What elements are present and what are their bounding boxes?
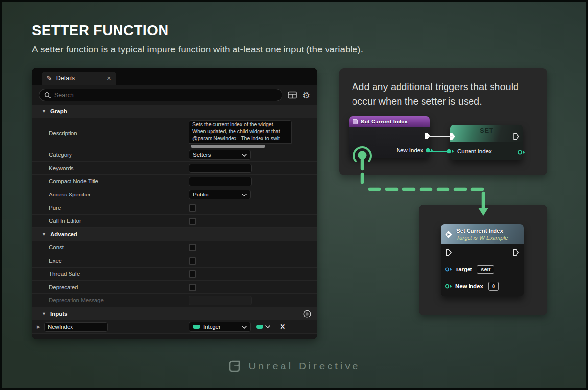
new-index-value-box[interactable]: 0 (488, 282, 499, 291)
new-index-out-pin-row[interactable]: New Index (397, 147, 434, 153)
node-call-title: Set Current Index (456, 227, 508, 234)
current-index-in-pin-row[interactable]: Current Index (447, 148, 492, 154)
pencil-icon: ✎ (47, 75, 52, 82)
page-title: SETTER FUNCTION (32, 23, 169, 39)
section-inputs-label: Inputs (50, 311, 68, 317)
search-icon (44, 92, 51, 98)
node-set-current-index-call[interactable]: Set Current Index Target is W Example Ta… (441, 224, 524, 296)
deprecated-checkbox[interactable] (189, 284, 196, 291)
category-dropdown[interactable]: Setters (189, 150, 251, 160)
collapse-arrow-icon: ▼ (42, 232, 46, 237)
exec-checkbox[interactable] (189, 257, 196, 265)
unreal-directive-logo-icon (227, 359, 242, 373)
node-call-subtitle: Target is W Example (456, 234, 508, 241)
node-event-header: Set Current Index (349, 116, 430, 127)
row-call-in-editor: Call In Editor (32, 215, 317, 228)
row-category: Category Setters (32, 148, 317, 162)
compact-node-title-input[interactable] (189, 177, 252, 186)
add-input-button[interactable] (303, 310, 311, 318)
details-rows: ▼ Graph Description Sets the current ind… (32, 105, 317, 334)
chevron-down-icon (242, 324, 247, 330)
node-set[interactable]: SET Current Index (450, 125, 523, 160)
node-set-title: SET (450, 127, 523, 134)
section-header-advanced[interactable]: ▼ Advanced (32, 228, 317, 241)
thread-safe-checkbox[interactable] (189, 270, 196, 278)
row-deprecation-message: Deprecation Message (32, 294, 317, 307)
row-deprecated: Deprecated (32, 281, 317, 294)
chevron-down-icon (242, 152, 247, 158)
compact-node-title-label: Compact Node Title (32, 175, 185, 188)
section-advanced-label: Advanced (50, 231, 77, 237)
access-specifier-label: Access Specifier (32, 188, 185, 201)
category-label: Category (32, 148, 185, 161)
target-value-box[interactable]: self (477, 265, 494, 274)
row-thread-safe: Thread Safe (32, 268, 317, 281)
description-label: Description (32, 118, 185, 148)
page-subtitle: A setter function is a typical impure fu… (32, 44, 363, 55)
tab-details[interactable]: ✎ Details ✕ (42, 72, 116, 85)
display-filter-icon[interactable] (288, 91, 297, 99)
new-index-integer-pin[interactable] (445, 283, 453, 289)
result-panel: Set Current Index Target is W Example Ta… (419, 205, 547, 315)
row-description: Description Sets the current index of th… (32, 118, 317, 148)
section-graph-label: Graph (50, 108, 67, 114)
new-index-pin-row[interactable]: New Index 0 (445, 282, 499, 291)
input-type-dropdown[interactable]: Integer (189, 322, 251, 332)
exec-out-pin[interactable] (424, 132, 431, 142)
chevron-down-icon (242, 192, 247, 197)
category-value: Setters (193, 152, 211, 158)
thread-safe-label: Thread Safe (32, 268, 185, 280)
description-scrollbar[interactable] (191, 145, 265, 148)
node-event-title: Set Current Index (361, 119, 408, 124)
search-row: ⚙ (32, 85, 317, 105)
row-compact-node-title: Compact Node Title (32, 175, 317, 188)
pure-label: Pure (32, 201, 185, 214)
single-value-pin-icon (256, 325, 263, 329)
section-header-graph[interactable]: ▼ Graph (32, 105, 317, 118)
target-pin-row[interactable]: Target self (445, 265, 494, 274)
container-type-dropdown[interactable] (256, 325, 270, 329)
search-input[interactable] (54, 92, 277, 98)
target-object-pin[interactable] (445, 267, 453, 272)
description-line: When updated, the child widget at that (192, 128, 288, 135)
expand-arrow-icon[interactable]: ▶ (37, 324, 40, 329)
exec-label: Exec (32, 254, 185, 267)
function-diamond-icon (445, 230, 453, 239)
call-in-editor-checkbox[interactable] (189, 218, 196, 225)
node-set-current-index-event[interactable]: Set Current Index New Index (349, 116, 430, 158)
description-textarea[interactable]: Sets the current index of the widget. Wh… (189, 120, 292, 144)
const-checkbox[interactable] (189, 244, 196, 251)
exec-out-pin[interactable] (513, 249, 519, 258)
exec-in-pin[interactable] (446, 249, 452, 258)
call-in-editor-label: Call In Editor (32, 215, 185, 227)
close-icon[interactable]: ✕ (107, 75, 111, 82)
access-specifier-dropdown[interactable]: Public (189, 190, 251, 199)
node-call-header: Set Current Index Target is W Example (441, 224, 524, 244)
tab-bar: ✎ Details ✕ (32, 68, 317, 85)
target-pin-label: Target (455, 267, 472, 272)
value-out-pin[interactable] (517, 148, 526, 157)
deprecation-message-input (189, 296, 252, 305)
new-index-pin-label: New Index (455, 283, 483, 289)
pure-checkbox[interactable] (189, 204, 196, 212)
callout-panel: Add any additional triggers that should … (339, 68, 547, 175)
remove-input-button[interactable]: ✕ (280, 322, 286, 331)
row-pure: Pure (32, 201, 317, 215)
input-name-field[interactable]: NewIndex (44, 322, 108, 332)
settings-gear-icon[interactable]: ⚙ (302, 91, 310, 100)
const-label: Const (32, 241, 185, 254)
infographic-canvas: SETTER FUNCTION A setter function is a t… (0, 0, 588, 390)
keywords-input[interactable] (189, 164, 252, 173)
integer-out-pin[interactable] (425, 147, 434, 153)
access-specifier-value: Public (193, 192, 208, 197)
keywords-label: Keywords (32, 162, 185, 174)
section-header-inputs[interactable]: ▼ Inputs (32, 307, 317, 320)
current-index-pin-label: Current Index (457, 148, 492, 154)
row-access-specifier: Access Specifier Public (32, 188, 317, 201)
exec-in-pin[interactable] (449, 133, 456, 142)
tab-details-label: Details (56, 75, 75, 82)
new-index-pin-label: New Index (397, 147, 423, 153)
exec-out-pin[interactable] (513, 133, 519, 142)
search-box[interactable] (39, 89, 282, 101)
integer-in-pin[interactable] (447, 148, 455, 154)
